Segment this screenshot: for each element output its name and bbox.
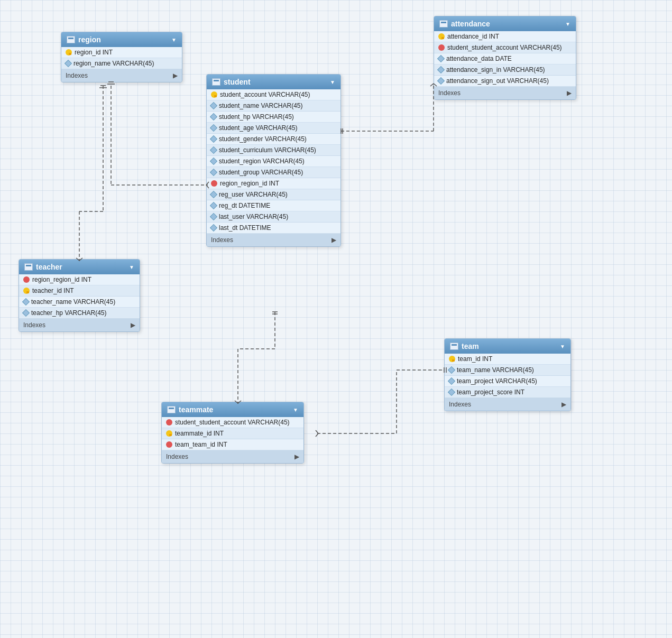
- table-attendance-title: attendance: [451, 20, 490, 28]
- field-text: teammate_id INT: [175, 430, 224, 437]
- table-attendance[interactable]: attendance ▼ attendance_id INT student_s…: [434, 16, 576, 100]
- field-text: team_name VARCHAR(45): [457, 366, 534, 374]
- svg-line-34: [316, 433, 318, 437]
- table-row: attendance_data DATE: [434, 53, 576, 64]
- table-teacher[interactable]: teacher ▼ region_region_id INT teacher_i…: [19, 259, 140, 332]
- field-text: region_region_id INT: [220, 180, 279, 187]
- field-text: student_curriculum VARCHAR(45): [219, 146, 316, 154]
- primary-key-icon: [449, 356, 455, 362]
- field-text: team_id INT: [458, 355, 492, 363]
- table-row: last_user VARCHAR(45): [207, 211, 340, 223]
- chevron-down-icon[interactable]: ▼: [293, 407, 298, 413]
- table-team-header[interactable]: team ▼: [445, 339, 570, 354]
- table-row: attendance_sign_in VARCHAR(45): [434, 64, 576, 76]
- table-row: teacher_id INT: [19, 285, 140, 297]
- table-row: region_id INT: [61, 47, 182, 58]
- indexes-row[interactable]: Indexes ▶: [61, 69, 182, 82]
- field-text: attendance_sign_in VARCHAR(45): [446, 66, 545, 73]
- field-icon: [210, 224, 217, 232]
- table-row: team_project VARCHAR(45): [445, 376, 570, 387]
- chevron-down-icon[interactable]: ▼: [129, 264, 134, 270]
- table-row: student_name VARCHAR(45): [207, 100, 340, 112]
- table-icon: [450, 343, 458, 350]
- table-attendance-header[interactable]: attendance ▼: [434, 16, 576, 31]
- field-icon: [210, 213, 217, 220]
- primary-key-icon: [438, 33, 445, 40]
- field-text: student_hp VARCHAR(45): [219, 113, 294, 121]
- indexes-row[interactable]: Indexes ▶: [19, 319, 140, 331]
- table-row: team_team_id INT: [162, 439, 303, 450]
- table-row: region_region_id INT: [207, 178, 340, 189]
- indexes-label: Indexes: [438, 89, 461, 97]
- field-icon: [210, 169, 217, 176]
- table-row: teacher_hp VARCHAR(45): [19, 308, 140, 319]
- field-text: attendance_sign_out VARCHAR(45): [446, 77, 549, 85]
- table-row: last_dt DATETIME: [207, 223, 340, 234]
- table-icon: [212, 78, 220, 86]
- field-icon: [210, 191, 217, 198]
- indexes-label: Indexes: [66, 72, 88, 79]
- table-row: teammate_id INT: [162, 428, 303, 439]
- field-text: student_group VARCHAR(45): [219, 169, 303, 176]
- table-teacher-title: teacher: [36, 263, 62, 271]
- indexes-row[interactable]: Indexes ▶: [445, 398, 570, 411]
- table-row: team_project_score INT: [445, 387, 570, 398]
- field-text: last_user VARCHAR(45): [219, 213, 288, 220]
- field-icon: [210, 158, 217, 165]
- field-text: last_dt DATETIME: [219, 224, 271, 232]
- field-icon: [210, 135, 217, 143]
- field-icon: [210, 124, 217, 132]
- field-text: student_name VARCHAR(45): [219, 102, 303, 109]
- field-icon: [448, 389, 455, 396]
- table-region-title: region: [78, 35, 101, 44]
- table-icon: [67, 36, 75, 43]
- field-text: attendance_data DATE: [446, 55, 512, 62]
- arrow-right-icon: ▶: [131, 321, 135, 329]
- table-row: region_region_id INT: [19, 274, 140, 285]
- chevron-down-icon[interactable]: ▼: [171, 37, 177, 43]
- table-region-header[interactable]: region ▼: [61, 32, 182, 47]
- field-icon: [448, 377, 455, 385]
- field-icon: [210, 202, 217, 209]
- field-text: teacher_hp VARCHAR(45): [31, 309, 107, 317]
- field-text: region_id INT: [75, 49, 113, 56]
- table-region[interactable]: region ▼ region_id INT region_name VARCH…: [61, 32, 182, 82]
- primary-key-icon: [66, 49, 72, 56]
- field-text: student_student_account VARCHAR(45): [447, 44, 562, 51]
- field-text: region_region_id INT: [32, 276, 91, 283]
- field-icon: [210, 146, 217, 154]
- field-text: student_student_account VARCHAR(45): [175, 419, 290, 426]
- field-icon: [22, 298, 30, 306]
- field-text: reg_dt DATETIME: [219, 202, 270, 209]
- chevron-down-icon[interactable]: ▼: [565, 21, 570, 27]
- field-text: team_project VARCHAR(45): [457, 377, 537, 385]
- table-teacher-header[interactable]: teacher ▼: [19, 260, 140, 274]
- table-row: team_id INT: [445, 354, 570, 365]
- foreign-key-icon: [23, 276, 30, 283]
- indexes-label: Indexes: [211, 236, 233, 244]
- table-team[interactable]: team ▼ team_id INT team_name VARCHAR(45)…: [444, 338, 571, 411]
- indexes-row[interactable]: Indexes ▶: [162, 450, 303, 463]
- table-teammate[interactable]: teammate ▼ student_student_account VARCH…: [161, 402, 304, 464]
- chevron-down-icon[interactable]: ▼: [560, 344, 565, 349]
- table-row: student_student_account VARCHAR(45): [434, 42, 576, 53]
- table-row: student_account VARCHAR(45): [207, 89, 340, 100]
- primary-key-icon: [166, 430, 172, 437]
- indexes-label: Indexes: [23, 321, 45, 329]
- table-row: student_age VARCHAR(45): [207, 123, 340, 134]
- table-row: student_group VARCHAR(45): [207, 167, 340, 178]
- indexes-row[interactable]: Indexes ▶: [207, 234, 340, 246]
- primary-key-icon: [211, 91, 217, 98]
- field-text: region_name VARCHAR(45): [73, 60, 154, 67]
- chevron-down-icon[interactable]: ▼: [330, 79, 335, 85]
- indexes-row[interactable]: Indexes ▶: [434, 87, 576, 99]
- arrow-right-icon: ▶: [294, 453, 299, 460]
- table-row: teacher_name VARCHAR(45): [19, 297, 140, 308]
- table-student-header[interactable]: student ▼: [207, 75, 340, 89]
- field-icon: [437, 66, 445, 73]
- table-student[interactable]: student ▼ student_account VARCHAR(45) st…: [206, 74, 341, 247]
- primary-key-icon: [23, 288, 30, 294]
- table-teammate-header[interactable]: teammate ▼: [162, 402, 303, 417]
- foreign-key-icon: [211, 180, 217, 187]
- table-row: reg_user VARCHAR(45): [207, 189, 340, 200]
